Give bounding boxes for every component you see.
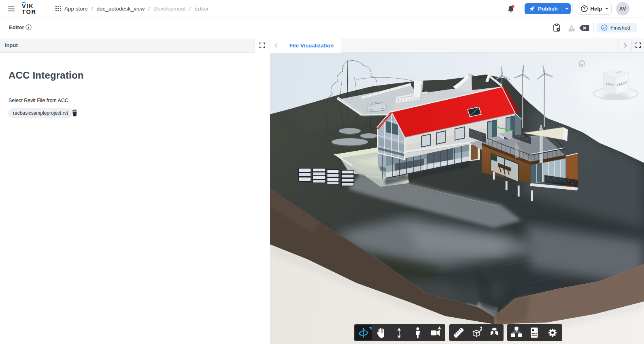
svg-text:?: ? — [583, 6, 586, 11]
